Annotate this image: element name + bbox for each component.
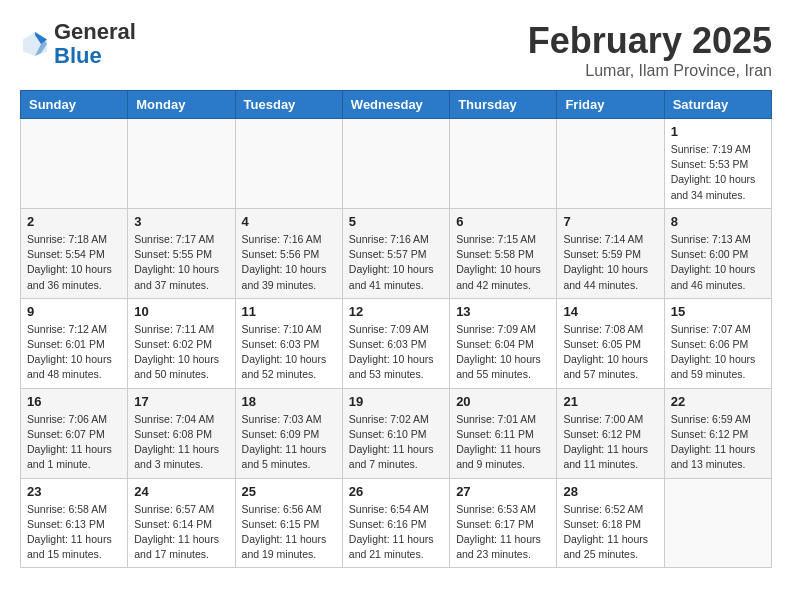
day-detail: Sunrise: 7:01 AM Sunset: 6:11 PM Dayligh… xyxy=(456,412,550,473)
day-number: 4 xyxy=(242,214,336,229)
calendar-cell: 6Sunrise: 7:15 AM Sunset: 5:58 PM Daylig… xyxy=(450,208,557,298)
day-header-monday: Monday xyxy=(128,91,235,119)
calendar-cell: 2Sunrise: 7:18 AM Sunset: 5:54 PM Daylig… xyxy=(21,208,128,298)
calendar-cell: 11Sunrise: 7:10 AM Sunset: 6:03 PM Dayli… xyxy=(235,298,342,388)
day-detail: Sunrise: 7:19 AM Sunset: 5:53 PM Dayligh… xyxy=(671,142,765,203)
day-header-sunday: Sunday xyxy=(21,91,128,119)
calendar-cell: 5Sunrise: 7:16 AM Sunset: 5:57 PM Daylig… xyxy=(342,208,449,298)
day-detail: Sunrise: 7:15 AM Sunset: 5:58 PM Dayligh… xyxy=(456,232,550,293)
calendar-table: SundayMondayTuesdayWednesdayThursdayFrid… xyxy=(20,90,772,568)
location: Lumar, Ilam Province, Iran xyxy=(528,62,772,80)
calendar-cell: 17Sunrise: 7:04 AM Sunset: 6:08 PM Dayli… xyxy=(128,388,235,478)
calendar-cell xyxy=(21,119,128,209)
day-number: 18 xyxy=(242,394,336,409)
day-number: 2 xyxy=(27,214,121,229)
day-number: 24 xyxy=(134,484,228,499)
calendar-cell xyxy=(450,119,557,209)
calendar-cell: 4Sunrise: 7:16 AM Sunset: 5:56 PM Daylig… xyxy=(235,208,342,298)
day-header-friday: Friday xyxy=(557,91,664,119)
calendar-week-row: 2Sunrise: 7:18 AM Sunset: 5:54 PM Daylig… xyxy=(21,208,772,298)
day-detail: Sunrise: 7:02 AM Sunset: 6:10 PM Dayligh… xyxy=(349,412,443,473)
day-detail: Sunrise: 6:52 AM Sunset: 6:18 PM Dayligh… xyxy=(563,502,657,563)
calendar-cell: 8Sunrise: 7:13 AM Sunset: 6:00 PM Daylig… xyxy=(664,208,771,298)
calendar-cell: 12Sunrise: 7:09 AM Sunset: 6:03 PM Dayli… xyxy=(342,298,449,388)
calendar-cell: 7Sunrise: 7:14 AM Sunset: 5:59 PM Daylig… xyxy=(557,208,664,298)
logo-text: General Blue xyxy=(54,20,136,68)
day-number: 1 xyxy=(671,124,765,139)
day-detail: Sunrise: 7:12 AM Sunset: 6:01 PM Dayligh… xyxy=(27,322,121,383)
day-number: 5 xyxy=(349,214,443,229)
day-number: 7 xyxy=(563,214,657,229)
day-number: 22 xyxy=(671,394,765,409)
day-detail: Sunrise: 7:16 AM Sunset: 5:56 PM Dayligh… xyxy=(242,232,336,293)
day-detail: Sunrise: 7:09 AM Sunset: 6:04 PM Dayligh… xyxy=(456,322,550,383)
calendar-cell xyxy=(235,119,342,209)
calendar-cell: 14Sunrise: 7:08 AM Sunset: 6:05 PM Dayli… xyxy=(557,298,664,388)
day-detail: Sunrise: 7:09 AM Sunset: 6:03 PM Dayligh… xyxy=(349,322,443,383)
calendar-cell: 18Sunrise: 7:03 AM Sunset: 6:09 PM Dayli… xyxy=(235,388,342,478)
calendar-cell: 24Sunrise: 6:57 AM Sunset: 6:14 PM Dayli… xyxy=(128,478,235,568)
day-number: 8 xyxy=(671,214,765,229)
calendar-header-row: SundayMondayTuesdayWednesdayThursdayFrid… xyxy=(21,91,772,119)
day-detail: Sunrise: 7:03 AM Sunset: 6:09 PM Dayligh… xyxy=(242,412,336,473)
day-detail: Sunrise: 6:56 AM Sunset: 6:15 PM Dayligh… xyxy=(242,502,336,563)
day-number: 9 xyxy=(27,304,121,319)
logo-icon xyxy=(20,29,50,59)
day-header-saturday: Saturday xyxy=(664,91,771,119)
day-number: 16 xyxy=(27,394,121,409)
day-header-wednesday: Wednesday xyxy=(342,91,449,119)
day-number: 20 xyxy=(456,394,550,409)
day-number: 25 xyxy=(242,484,336,499)
calendar-week-row: 1Sunrise: 7:19 AM Sunset: 5:53 PM Daylig… xyxy=(21,119,772,209)
calendar-week-row: 9Sunrise: 7:12 AM Sunset: 6:01 PM Daylig… xyxy=(21,298,772,388)
day-number: 6 xyxy=(456,214,550,229)
day-number: 21 xyxy=(563,394,657,409)
day-number: 14 xyxy=(563,304,657,319)
calendar-cell: 21Sunrise: 7:00 AM Sunset: 6:12 PM Dayli… xyxy=(557,388,664,478)
day-detail: Sunrise: 6:57 AM Sunset: 6:14 PM Dayligh… xyxy=(134,502,228,563)
day-detail: Sunrise: 7:06 AM Sunset: 6:07 PM Dayligh… xyxy=(27,412,121,473)
calendar-cell: 25Sunrise: 6:56 AM Sunset: 6:15 PM Dayli… xyxy=(235,478,342,568)
calendar-cell: 15Sunrise: 7:07 AM Sunset: 6:06 PM Dayli… xyxy=(664,298,771,388)
day-detail: Sunrise: 7:13 AM Sunset: 6:00 PM Dayligh… xyxy=(671,232,765,293)
calendar-cell: 9Sunrise: 7:12 AM Sunset: 6:01 PM Daylig… xyxy=(21,298,128,388)
calendar-cell: 1Sunrise: 7:19 AM Sunset: 5:53 PM Daylig… xyxy=(664,119,771,209)
day-detail: Sunrise: 7:08 AM Sunset: 6:05 PM Dayligh… xyxy=(563,322,657,383)
day-number: 13 xyxy=(456,304,550,319)
calendar-cell: 3Sunrise: 7:17 AM Sunset: 5:55 PM Daylig… xyxy=(128,208,235,298)
day-detail: Sunrise: 7:10 AM Sunset: 6:03 PM Dayligh… xyxy=(242,322,336,383)
calendar-cell: 20Sunrise: 7:01 AM Sunset: 6:11 PM Dayli… xyxy=(450,388,557,478)
day-detail: Sunrise: 6:59 AM Sunset: 6:12 PM Dayligh… xyxy=(671,412,765,473)
calendar-cell xyxy=(342,119,449,209)
calendar-week-row: 23Sunrise: 6:58 AM Sunset: 6:13 PM Dayli… xyxy=(21,478,772,568)
day-detail: Sunrise: 7:07 AM Sunset: 6:06 PM Dayligh… xyxy=(671,322,765,383)
day-number: 23 xyxy=(27,484,121,499)
month-year: February 2025 xyxy=(528,20,772,62)
calendar-cell: 16Sunrise: 7:06 AM Sunset: 6:07 PM Dayli… xyxy=(21,388,128,478)
day-number: 19 xyxy=(349,394,443,409)
calendar-cell: 10Sunrise: 7:11 AM Sunset: 6:02 PM Dayli… xyxy=(128,298,235,388)
calendar-cell: 19Sunrise: 7:02 AM Sunset: 6:10 PM Dayli… xyxy=(342,388,449,478)
calendar-cell: 26Sunrise: 6:54 AM Sunset: 6:16 PM Dayli… xyxy=(342,478,449,568)
day-detail: Sunrise: 7:04 AM Sunset: 6:08 PM Dayligh… xyxy=(134,412,228,473)
day-number: 11 xyxy=(242,304,336,319)
day-number: 10 xyxy=(134,304,228,319)
calendar-cell xyxy=(128,119,235,209)
logo: General Blue xyxy=(20,20,136,68)
calendar-cell: 22Sunrise: 6:59 AM Sunset: 6:12 PM Dayli… xyxy=(664,388,771,478)
day-detail: Sunrise: 6:53 AM Sunset: 6:17 PM Dayligh… xyxy=(456,502,550,563)
calendar-week-row: 16Sunrise: 7:06 AM Sunset: 6:07 PM Dayli… xyxy=(21,388,772,478)
day-detail: Sunrise: 7:18 AM Sunset: 5:54 PM Dayligh… xyxy=(27,232,121,293)
title-block: February 2025 Lumar, Ilam Province, Iran xyxy=(528,20,772,80)
day-header-tuesday: Tuesday xyxy=(235,91,342,119)
day-detail: Sunrise: 6:58 AM Sunset: 6:13 PM Dayligh… xyxy=(27,502,121,563)
calendar-cell: 28Sunrise: 6:52 AM Sunset: 6:18 PM Dayli… xyxy=(557,478,664,568)
calendar-cell: 13Sunrise: 7:09 AM Sunset: 6:04 PM Dayli… xyxy=(450,298,557,388)
page-header: General Blue February 2025 Lumar, Ilam P… xyxy=(20,20,772,80)
calendar-cell xyxy=(557,119,664,209)
day-detail: Sunrise: 7:14 AM Sunset: 5:59 PM Dayligh… xyxy=(563,232,657,293)
day-number: 26 xyxy=(349,484,443,499)
day-detail: Sunrise: 6:54 AM Sunset: 6:16 PM Dayligh… xyxy=(349,502,443,563)
day-number: 3 xyxy=(134,214,228,229)
day-detail: Sunrise: 7:00 AM Sunset: 6:12 PM Dayligh… xyxy=(563,412,657,473)
